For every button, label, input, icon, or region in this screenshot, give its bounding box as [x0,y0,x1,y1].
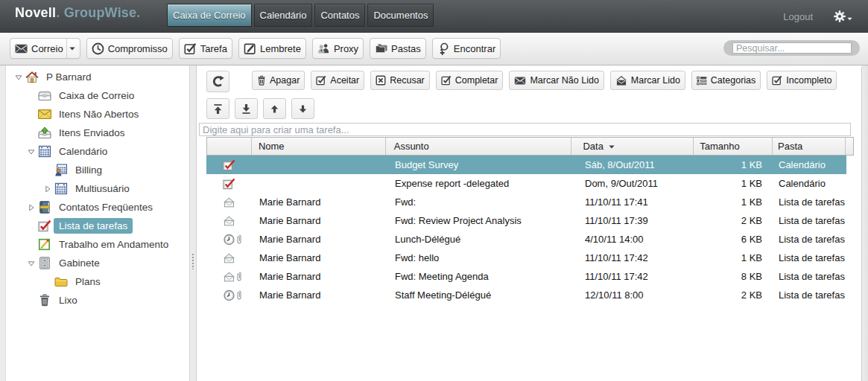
correio-button[interactable]: Correio [10,38,80,59]
sidebar-item-label: Gabinete [54,255,105,271]
sidebar-item-gabinete[interactable]: Gabinete [6,254,189,272]
apagar-button[interactable]: Apagar [252,71,305,90]
column-label: Assunto [394,141,429,152]
sidebar-item-contatos-frequentes[interactable]: Contatos Freqüentes [6,198,189,217]
appointment-clock-icon [223,234,235,246]
scrollbar-track[interactable] [861,65,868,381]
lembrete-button-label: Lembrete [260,43,301,54]
gear-icon [834,10,846,22]
search-input[interactable] [732,42,852,54]
sidebar-item-lixo[interactable]: Lixo [6,291,189,310]
table-header: Nome Assunto Data Tamanho Pasta [206,137,854,156]
aceitar-button[interactable]: Aceitar [311,71,364,90]
paperclip-icon [236,290,242,300]
trash-icon [38,294,51,307]
column-header-assunto[interactable]: Assunto [386,138,572,155]
move-up-button[interactable] [263,98,286,119]
sidebar-item-trabalho-em-andamento[interactable]: Trabalho em Andamento [6,235,189,254]
sidebar-item-billing[interactable]: Billing [6,161,189,179]
sidebar-item-label: P Barnard [41,69,97,85]
tab-contatos[interactable]: Contatos [314,4,365,27]
cell-data: 12/10/11 8:00 [572,289,694,301]
people-icon [317,43,330,54]
tarefa-button-label: Tarefa [200,43,227,54]
cell-assunto: Fwd: [386,196,572,208]
move-to-top-button[interactable] [206,98,229,119]
search-box [723,40,860,56]
brand-groupwise: GroupWise [64,5,137,20]
proxy-button[interactable]: Proxy [312,38,364,59]
list-row[interactable]: Marie Barnard Fwd: 11/10/11 17:41 1 KB L… [206,193,846,211]
marcar-nao-lido-button[interactable]: Marcar Não Lido [509,71,604,90]
brand-novell: Novell [15,5,56,20]
list-row[interactable]: Marie Barnard Fwd: Review Project Analys… [206,211,846,230]
sidebar-item-calendario[interactable]: Calendário [6,142,189,161]
cell-tamanho: 6 KB [694,234,773,245]
marcar-lido-button[interactable]: Marcar Lido [610,71,685,90]
tab-documentos[interactable]: Documentos [367,4,434,27]
move-to-bottom-button[interactable] [235,98,258,119]
quick-task-input[interactable] [199,123,851,136]
panel-splitter[interactable] [189,65,197,381]
note-pencil-icon [244,42,256,55]
tab-calendario[interactable]: Calendário [254,4,313,27]
calendar-icon [54,182,68,195]
sidebar-item-label: Lista de tarefas [54,218,133,234]
sidebar-item-plans[interactable]: Plans [6,272,189,291]
tab-caixa-de-correio[interactable]: Caixa de Correio [167,4,252,27]
marcar-lido-button-label: Marcar Lido [631,75,680,86]
address-book-icon [38,201,51,214]
column-header-data[interactable]: Data [571,138,694,155]
item-type-cell [206,271,252,283]
sidebar-item-lista-de-tarefas[interactable]: Lista de tarefas [6,217,189,235]
compromisso-button[interactable]: Compromisso [86,38,173,59]
sidebar-item-p-barnard[interactable]: P Barnard [6,68,189,86]
completar-button[interactable]: Completar [436,71,504,90]
arrow-up-icon [269,103,280,115]
list-row[interactable]: Marie Barnard Lunch-Délégué 4/10/11 14:0… [206,230,846,249]
cell-data: Sáb, 8/Out/2011 [572,159,694,170]
cell-data: 11/10/11 17:41 [572,196,694,208]
refresh-button[interactable] [206,71,229,92]
pastas-button[interactable]: Pastas [370,38,426,59]
sidebar-item-label: Calendário [54,144,113,159]
cell-pasta: Lista de tarefas [773,252,846,263]
cell-data: 4/10/11 14:00 [572,234,694,245]
cell-pasta: Lista de tarefas [773,271,846,282]
categorias-button[interactable]: Categorias [691,71,761,90]
envelope-open-icon [615,76,627,86]
column-header-tamanho[interactable]: Tamanho [694,138,773,155]
encontrar-button[interactable]: Encontrar [432,38,501,59]
list-row[interactable]: Marie Barnard Fwd: Meeting Agenda 11/10/… [206,267,846,286]
completar-button-label: Completar [455,75,498,86]
tree-expander-spacer [28,111,35,118]
checkbox-icon [184,42,197,55]
checkbox-icon [772,75,782,86]
tree-expander-open-icon [28,148,35,156]
column-header-nome[interactable]: Nome [252,138,386,155]
sidebar-item-caixa-de-correio[interactable]: Caixa de Correio [6,86,189,105]
sidebar-item-label: Multiusuário [70,181,135,196]
list-row[interactable]: Expense report -delegated Dom, 9/Out/201… [206,174,846,193]
checkbox-icon [441,75,452,86]
sidebar-item-label: Contatos Freqüentes [54,199,158,215]
sidebar-item-itens-nao-abertos[interactable]: Itens Não Abertos [6,105,189,124]
move-down-button[interactable] [291,98,314,119]
sidebar-item-multiusuario[interactable]: Multiusuário [6,179,189,198]
settings-menu-button[interactable] [834,10,852,22]
cell-nome: Marie Barnard [252,252,386,263]
column-header-icon[interactable] [207,138,252,155]
compose-buttons: Correio Compromisso Tarefa Lembrete Prox… [10,38,501,59]
list-row[interactable]: Marie Barnard Staff Meeting-Délégué 12/1… [206,286,846,304]
content-area: P Barnard Caixa de Correio Itens Não Abe… [0,65,868,381]
folder-icon [54,275,68,288]
lembrete-button[interactable]: Lembrete [238,38,306,59]
incompleto-button[interactable]: Incompleto [767,71,837,90]
tarefa-button[interactable]: Tarefa [179,38,232,59]
column-header-pasta[interactable]: Pasta [773,138,846,155]
list-row[interactable]: Marie Barnard Fwd: hello 11/10/11 17:42 … [206,249,846,267]
sidebar-item-itens-enviados[interactable]: Itens Enviados [6,124,189,142]
logout-link[interactable]: Logout [783,11,813,22]
list-row[interactable]: Budget Survey Sáb, 8/Out/2011 1 KB Calen… [206,156,846,174]
recusar-button[interactable]: Recusar [370,71,430,90]
